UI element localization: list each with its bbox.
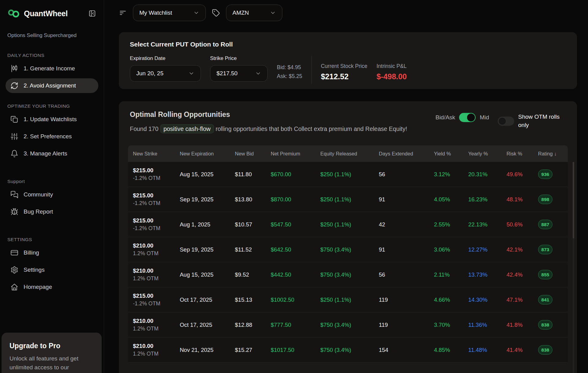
cell-net-premium: $1017.50: [270, 347, 319, 353]
chevron-down-icon: [255, 70, 261, 76]
otm-only-toggle[interactable]: [498, 117, 514, 126]
bid-ask-block: Bid: $4.95 Ask: $5.25: [277, 63, 302, 82]
topbar: My Watchlist AMZN: [119, 5, 577, 21]
new-strike-value: $210.00: [133, 267, 179, 274]
cell-new-bid: $9.52: [234, 271, 270, 278]
cell-days-extended: 56: [378, 171, 433, 178]
credit-card-icon: [10, 249, 18, 257]
sidebar-item-label: 1. Update Watchlists: [24, 116, 77, 123]
cell-equity-released: $250 (1.1%): [319, 221, 378, 228]
table-row[interactable]: $215.00-1.2% OTMSep 19, 2025$13.80$870.0…: [128, 187, 568, 212]
opportunities-panel: Optimal Rolling Opportunities Found 170 …: [119, 101, 577, 373]
otm-percent: 1.2% OTM: [133, 250, 179, 257]
column-header-yield[interactable]: Yield %: [433, 151, 467, 157]
sidebar-item-community[interactable]: Community: [6, 187, 98, 202]
watchlist-value: My Watchlist: [139, 9, 172, 16]
cell-new-bid: $11.80: [234, 171, 270, 178]
otm-toggle-label: Show OTM rolls only: [518, 113, 568, 129]
bidask-mid-toggle[interactable]: [459, 113, 476, 122]
cell-new-expiration: Aug 15, 2025: [179, 271, 234, 278]
cell-risk-percent: 49.6%: [505, 171, 537, 178]
ask-value: Ask: $5.25: [277, 72, 302, 81]
brand-name: QuantWheel: [24, 9, 68, 18]
sidebar-item-label: Homepage: [24, 284, 52, 290]
otm-percent: 1.2% OTM: [133, 326, 179, 332]
chevron-down-icon: [193, 10, 199, 16]
column-header-new-expiration[interactable]: New Expiration: [179, 151, 234, 157]
expiration-select[interactable]: Jun 20, 25: [130, 65, 201, 82]
opportunities-title: Optimal Rolling Opportunities: [130, 110, 407, 119]
bid-value: Bid: $4.95: [277, 63, 302, 72]
cell-new-expiration: Sep 19, 2025: [179, 196, 234, 203]
put-panel-fields: Expiration Date Jun 20, 25 Strike Price …: [130, 55, 568, 82]
sidebar-collapse-button[interactable]: [89, 10, 96, 17]
opportunities-summary: Found 170 positive cash-flow rolling opp…: [130, 124, 407, 134]
column-header-yearly[interactable]: Yearly %: [467, 151, 505, 157]
table-row[interactable]: $210.001.2% OTMOct 17, 2025$12.88$777.50…: [128, 312, 568, 338]
cell-days-extended: 56: [378, 271, 433, 278]
column-header-new-bid[interactable]: New Bid: [234, 151, 270, 157]
cell-net-premium: $777.50: [270, 322, 319, 328]
cell-new-expiration: Sep 19, 2025: [179, 246, 234, 253]
section-settings: SETTINGS: [7, 237, 96, 242]
summary-prefix: Found 170: [130, 125, 158, 132]
sidebar-item-billing[interactable]: Billing: [6, 245, 98, 260]
cell-new-expiration: Oct 17, 2025: [179, 322, 234, 328]
column-header-rating[interactable]: Rating ↓: [537, 151, 568, 157]
sidebar-item-manage-alerts[interactable]: 3. Manage Alerts: [6, 146, 98, 161]
rating-badge: 936: [538, 170, 552, 179]
opportunities-controls: Bid/Ask Mid Show OTM rolls only: [435, 113, 568, 129]
bug-icon: [10, 208, 18, 216]
ticker-tag-button[interactable]: [212, 9, 220, 17]
table-row[interactable]: $215.00-1.2% OTMAug 15, 2025$11.80$670.0…: [128, 162, 568, 187]
cell-new-bid: $11.52: [234, 246, 270, 253]
cell-yield-percent: 3.12%: [433, 171, 467, 178]
upgrade-description: Unlock all features and get unlimited ac…: [9, 354, 94, 372]
strike-select[interactable]: $217.50: [210, 65, 268, 82]
intrinsic-pnl-stat: Intrinsic P&L $-498.00: [376, 63, 407, 82]
table-row[interactable]: $210.001.2% OTMNov 21, 2025$15.27$1017.5…: [128, 338, 568, 363]
cell-new-bid: $10.57: [234, 221, 270, 228]
sidebar-item-set-preferences[interactable]: 2. Set Preferences: [6, 129, 98, 144]
column-header-net-premium[interactable]: Net Premium: [270, 151, 319, 157]
cell-net-premium: $670.00: [270, 171, 319, 178]
cell-yield-percent: 3.70%: [433, 322, 467, 328]
table-row[interactable]: $215.00-1.2% OTMOct 17, 2025$15.13$1002.…: [128, 287, 568, 312]
cell-yearly-percent: 16.23%: [467, 196, 505, 203]
cell-rating: 887: [537, 220, 568, 229]
opportunities-header: Optimal Rolling Opportunities Found 170 …: [128, 110, 568, 134]
new-strike-value: $210.00: [133, 242, 179, 249]
cell-rating: 873: [537, 245, 568, 254]
watchlist-select[interactable]: My Watchlist: [133, 5, 206, 21]
ticker-select[interactable]: AMZN: [226, 5, 282, 21]
summary-highlight-chip: positive cash-flow: [160, 124, 214, 133]
column-header-risk[interactable]: Risk %: [505, 151, 537, 157]
cell-yield-percent: 4.66%: [433, 297, 467, 303]
filter-button[interactable]: [119, 9, 127, 17]
column-header-equity-released[interactable]: Equity Released: [319, 151, 378, 157]
sidebar-item-settings[interactable]: Settings: [6, 263, 98, 277]
table-row[interactable]: $210.001.2% OTMAug 15, 2025$9.52$442.50$…: [128, 262, 568, 287]
toggle-knob: [467, 114, 475, 121]
sidebar-item-avoid-assignment[interactable]: 2. Avoid Assignment: [6, 78, 98, 93]
vertical-divider: [311, 56, 312, 84]
brand-tagline: Options Selling Supercharged: [7, 32, 96, 39]
cell-days-extended: 154: [378, 347, 433, 353]
column-header-new-strike[interactable]: New Strike: [132, 151, 179, 157]
upgrade-card[interactable]: Upgrade to Pro Unlock all features and g…: [2, 333, 102, 373]
rating-badge: 838: [538, 345, 552, 355]
column-header-days-extended[interactable]: Days Extended: [378, 151, 433, 157]
table-row[interactable]: $210.001.2% OTMSep 19, 2025$11.52$642.50…: [128, 237, 568, 262]
logo-row: QuantWheel: [0, 7, 104, 20]
table-row[interactable]: $215.00-1.2% OTMAug 1, 2025$10.57$547.50…: [128, 212, 568, 237]
sidebar-item-generate-income[interactable]: 1. Generate Income: [6, 61, 98, 76]
home-icon: [10, 283, 18, 291]
otm-toggle-row: Show OTM rolls only: [498, 113, 568, 129]
table-scrollbar[interactable]: [573, 162, 574, 373]
sidebar-item-bug-report[interactable]: Bug Report: [6, 204, 98, 219]
sidebar-item-homepage[interactable]: Homepage: [6, 280, 98, 294]
section-optimize-trading: OPTIMIZE YOUR TRADING: [7, 103, 96, 109]
cell-equity-released: $750 (3.4%): [319, 271, 378, 278]
sidebar-item-update-watchlists[interactable]: 1. Update Watchlists: [6, 112, 98, 127]
scrollbar-thumb[interactable]: [573, 162, 574, 238]
